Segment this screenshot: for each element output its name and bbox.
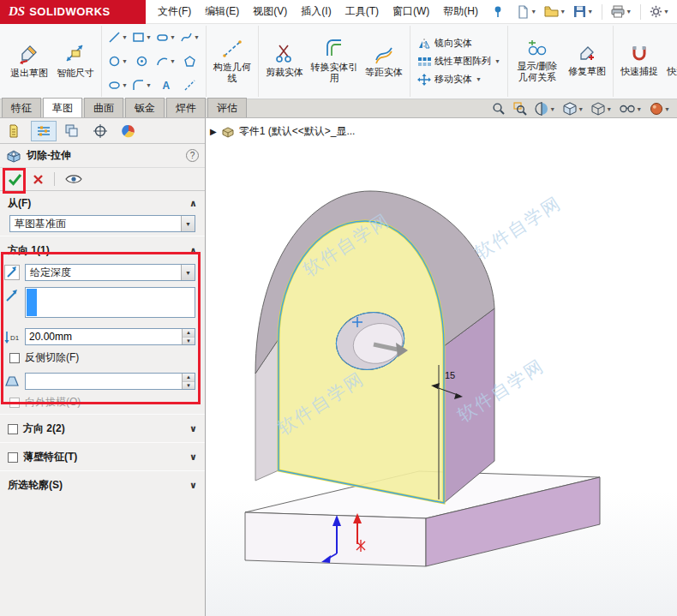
dropdown-arrow-icon[interactable]: ▼ — [181, 265, 195, 280]
menu-insert[interactable]: 插入(I) — [294, 1, 338, 22]
text-icon[interactable]: A — [154, 74, 177, 97]
move-entities-icon — [417, 74, 431, 86]
menu-view[interactable]: 视图(V) — [246, 1, 294, 22]
menu-edit[interactable]: 编辑(E) — [198, 1, 246, 22]
end-condition-combo[interactable]: 给定深度 ▼ — [25, 264, 195, 281]
options-icon[interactable]: ▼ — [647, 3, 672, 20]
dimxpertmanager-tab[interactable] — [87, 121, 113, 141]
depth-input[interactable] — [26, 329, 182, 344]
convert-entities-button[interactable]: 转换实体引用 — [309, 37, 359, 86]
spline-icon[interactable]: ▼ — [178, 26, 201, 49]
selection-highlight — [27, 289, 37, 316]
appearance-icon[interactable]: ▼ — [650, 102, 670, 116]
new-document-icon[interactable]: ▼ — [514, 3, 539, 21]
direction-selection-box[interactable] — [25, 287, 195, 318]
spin-down-icon[interactable]: ▼ — [183, 382, 195, 390]
perimeter-circle-icon[interactable] — [130, 50, 153, 73]
spin-down-icon[interactable]: ▼ — [183, 338, 195, 345]
configurationmanager-tab[interactable] — [59, 121, 85, 141]
tab-features[interactable]: 特征 — [2, 98, 41, 117]
menu-help[interactable]: 帮助(H) — [436, 1, 485, 22]
menu-window[interactable]: 窗口(W) — [386, 1, 436, 22]
model-viewport[interactable]: 15 软件自学网 软件自学网 软件自学网 — [206, 118, 677, 616]
hide-show-icon[interactable]: ▼ — [620, 104, 642, 114]
linear-pattern-button[interactable]: 线性草图阵列 ▼ — [415, 54, 503, 69]
construction-geometry-button[interactable]: 构造几何线 — [211, 37, 254, 86]
graphics-area[interactable]: ▶ 零件1 (默认<<默认>_显... — [206, 118, 677, 616]
selected-contours-label: 所选轮廓(S) — [8, 478, 63, 493]
quick-snaps-label: 快速捕捉 — [620, 66, 658, 77]
move-entities-button[interactable]: 移动实体 ▼ — [415, 72, 503, 87]
smart-dimension-button[interactable]: 智能尺寸 — [54, 41, 97, 81]
preview-eye-icon[interactable] — [65, 174, 82, 184]
view-orientation-icon[interactable]: ▼ — [563, 102, 584, 116]
logo-mark: DS — [9, 4, 25, 19]
rectangle-icon[interactable]: ▼ — [130, 26, 153, 49]
fillet-icon[interactable]: ▼ — [130, 74, 153, 97]
ellipse-icon[interactable]: ▼ — [106, 74, 129, 97]
collapse-chevron-icon[interactable]: ∧ — [189, 245, 197, 256]
rapid-sketch-button[interactable]: 快速草图 — [664, 43, 677, 79]
open-icon[interactable]: ▼ — [542, 3, 568, 20]
repair-sketch-button[interactable]: 修复草图 — [566, 43, 608, 79]
flyout-expand-icon[interactable]: ▶ — [210, 127, 217, 136]
direction2-checkbox[interactable] — [8, 424, 18, 434]
help-icon[interactable]: ? — [186, 149, 199, 162]
ok-button[interactable] — [8, 173, 22, 186]
menu-tools[interactable]: 工具(T) — [338, 1, 386, 22]
direction2-section-header[interactable]: 方向 2(2) ∨ — [0, 416, 205, 440]
line-icon[interactable]: ▼ — [106, 26, 129, 49]
cancel-button[interactable] — [33, 174, 44, 185]
from-section-header[interactable]: 从(F) ∧ — [0, 191, 205, 215]
display-style-icon[interactable]: ▼ — [591, 102, 612, 116]
arc-icon[interactable]: ▼ — [154, 50, 177, 73]
trim-entities-button[interactable]: 剪裁实体 — [263, 42, 306, 80]
draft-icon[interactable] — [3, 373, 21, 390]
pin-menu-icon[interactable] — [492, 5, 504, 19]
feature-tree-flyout[interactable]: ▶ 零件1 (默认<<默认>_显... — [210, 124, 355, 139]
offset-entities-button[interactable]: 等距实体 — [362, 42, 405, 80]
spin-up-icon[interactable]: ▲ — [183, 374, 195, 382]
direction2-label: 方向 2(2) — [23, 422, 65, 436]
slot-icon[interactable]: ▼ — [154, 26, 177, 49]
expand-chevron-icon[interactable]: ∨ — [189, 480, 197, 491]
featuremanager-tab[interactable] — [3, 121, 28, 141]
dropdown-arrow-icon[interactable]: ▼ — [181, 216, 195, 231]
exit-sketch-button[interactable]: 退出草图 — [8, 41, 51, 81]
displaymanager-tab[interactable] — [116, 121, 141, 141]
expand-chevron-icon[interactable]: ∨ — [189, 452, 197, 463]
tab-surfaces[interactable]: 曲面 — [84, 98, 123, 117]
selected-contours-section-header[interactable]: 所选轮廓(S) ∨ — [0, 473, 205, 497]
polygon-icon[interactable] — [178, 50, 201, 73]
propertymanager-tab[interactable] — [31, 121, 57, 141]
flip-side-checkbox[interactable] — [9, 353, 20, 363]
display-delete-relations-button[interactable]: 显示/删除几何关系 — [512, 38, 562, 85]
reverse-direction-icon[interactable] — [3, 264, 21, 281]
construction-geometry-icon — [222, 39, 243, 59]
zoom-area-icon[interactable] — [513, 102, 527, 116]
save-icon[interactable]: ▼ — [571, 3, 596, 20]
section-view-icon[interactable]: ▼ — [535, 102, 555, 116]
thin-feature-section-header[interactable]: 薄壁特征(T) ∨ — [0, 445, 205, 469]
menu-file[interactable]: 文件(F) — [151, 1, 198, 22]
draft-input[interactable] — [26, 374, 182, 389]
print-icon[interactable]: ▼ — [608, 3, 634, 20]
expand-chevron-icon[interactable]: ∨ — [189, 423, 197, 434]
flip-side-row: 反侧切除(F) — [0, 347, 205, 368]
thin-feature-checkbox[interactable] — [8, 452, 18, 463]
from-plane-combo[interactable]: 草图基准面 ▼ — [9, 215, 195, 232]
collapse-chevron-icon[interactable]: ∧ — [189, 198, 197, 209]
direction1-section-header[interactable]: 方向 1(1) ∧ — [0, 238, 205, 262]
feature-tree-item-label[interactable]: 零件1 (默认<<默认>_显... — [239, 124, 356, 139]
tab-sheet-metal[interactable]: 钣金 — [125, 98, 165, 117]
quick-snaps-button[interactable]: 快速捕捉 — [618, 43, 661, 79]
mirror-entities-button[interactable]: 镜向实体 — [415, 36, 503, 51]
centerline-icon[interactable] — [178, 74, 201, 97]
circle-icon[interactable]: ▼ — [106, 50, 129, 73]
tab-weldments[interactable]: 焊件 — [166, 98, 206, 117]
tab-sketch[interactable]: 草图 — [43, 98, 82, 117]
spin-up-icon[interactable]: ▲ — [183, 329, 195, 338]
zoom-fit-icon[interactable] — [492, 102, 506, 116]
tab-evaluate[interactable]: 评估 — [207, 98, 247, 117]
draft-row: ▲ ▼ — [0, 371, 205, 392]
